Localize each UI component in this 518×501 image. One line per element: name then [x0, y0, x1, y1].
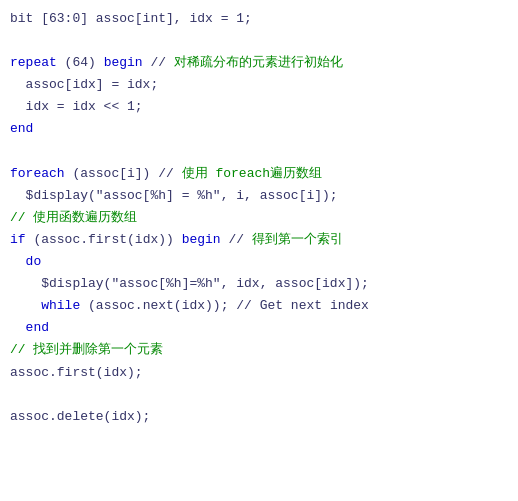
code-line-4: idx = idx << 1; [10, 96, 508, 118]
code-keyword-do: do [26, 251, 42, 273]
code-text: idx = idx << 1; [10, 96, 143, 118]
code-keyword-begin: begin [104, 52, 143, 74]
code-line-15: assoc.first(idx); [10, 362, 508, 384]
code-block: bit [63:0] assoc[int], idx = 1; repeat (… [0, 0, 518, 501]
code-comment-if: 得到第一个索引 [252, 229, 343, 251]
code-comment-func: // 使用函数遍历数组 [10, 207, 137, 229]
code-text: $display("assoc[%h]=%h", idx, assoc[idx]… [10, 273, 369, 295]
code-line-6: foreach (assoc[i]) // 使用 foreach遍历数组 [10, 163, 508, 185]
code-text [10, 251, 26, 273]
code-line-10: do [10, 251, 508, 273]
code-text: $display("assoc[%h] = %h", i, assoc[i]); [10, 185, 338, 207]
code-line-7: $display("assoc[%h] = %h", i, assoc[i]); [10, 185, 508, 207]
code-line-blank-2 [10, 141, 508, 163]
code-text: (64) [57, 52, 104, 74]
code-keyword-end: end [10, 118, 33, 140]
code-line-14: // 找到并删除第一个元素 [10, 339, 508, 361]
code-line-8: // 使用函数遍历数组 [10, 207, 508, 229]
code-line-13: end [10, 317, 508, 339]
code-line-16: assoc.delete(idx); [10, 406, 508, 428]
code-text: (assoc.first(idx)) [26, 229, 182, 251]
code-text [10, 317, 26, 339]
code-keyword-foreach: foreach [10, 163, 65, 185]
code-line-blank-1 [10, 30, 508, 52]
code-text: assoc[idx] = idx; [10, 74, 158, 96]
code-text: (assoc.next(idx)); // Get next index [80, 295, 369, 317]
code-text: // [221, 229, 252, 251]
code-line-5: end [10, 118, 508, 140]
code-text: (assoc[i]) // [65, 163, 182, 185]
code-keyword-end2: end [26, 317, 49, 339]
code-keyword-while: while [41, 295, 80, 317]
code-comment-delete: // 找到并删除第一个元素 [10, 339, 163, 361]
code-line-9: if (assoc.first(idx)) begin // 得到第一个索引 [10, 229, 508, 251]
code-line-2: repeat (64) begin // 对稀疏分布的元素进行初始化 [10, 52, 508, 74]
code-text [10, 295, 41, 317]
code-comment-foreach: 使用 foreach遍历数组 [182, 163, 322, 185]
code-line-12: while (assoc.next(idx)); // Get next ind… [10, 295, 508, 317]
code-keyword-if: if [10, 229, 26, 251]
code-keyword-repeat: repeat [10, 52, 57, 74]
code-text: // [143, 52, 174, 74]
code-line-blank-3 [10, 384, 508, 406]
code-line-11: $display("assoc[%h]=%h", idx, assoc[idx]… [10, 273, 508, 295]
code-text: assoc.delete(idx); [10, 406, 150, 428]
code-comment: 对稀疏分布的元素进行初始化 [174, 52, 343, 74]
code-line-1: bit [63:0] assoc[int], idx = 1; [10, 8, 508, 30]
code-text: bit [63:0] assoc[int], idx = 1; [10, 8, 252, 30]
code-keyword-begin2: begin [182, 229, 221, 251]
code-line-3: assoc[idx] = idx; [10, 74, 508, 96]
code-text: assoc.first(idx); [10, 362, 143, 384]
